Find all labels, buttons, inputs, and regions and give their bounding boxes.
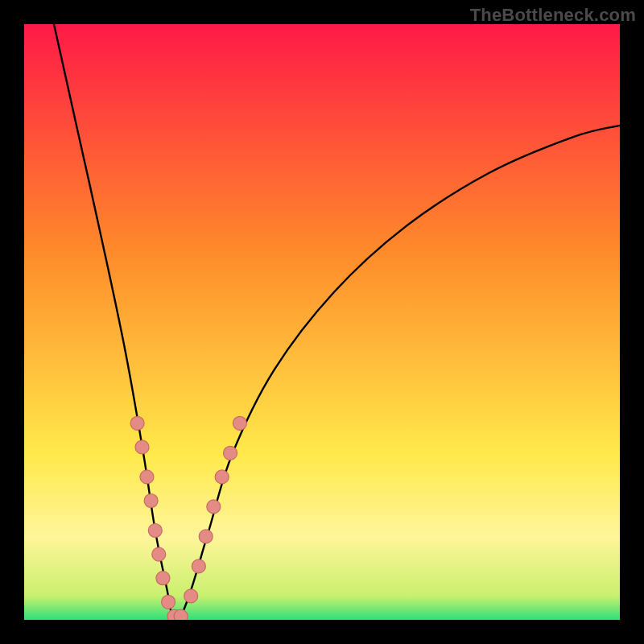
plot-area bbox=[24, 24, 620, 620]
sample-dot bbox=[184, 589, 198, 603]
sample-dot bbox=[162, 595, 175, 609]
bottleneck-chart bbox=[24, 24, 620, 620]
sample-dot bbox=[148, 524, 162, 538]
sample-dot bbox=[144, 494, 158, 508]
sample-dot bbox=[130, 416, 144, 430]
sample-dot bbox=[152, 547, 166, 561]
heat-gradient-bg bbox=[24, 24, 620, 620]
sample-dot bbox=[224, 446, 237, 460]
sample-dot bbox=[174, 609, 188, 620]
sample-dot bbox=[215, 470, 229, 484]
sample-dot bbox=[233, 416, 246, 430]
sample-dot bbox=[140, 470, 154, 484]
sample-dot bbox=[156, 572, 170, 585]
sample-dot bbox=[199, 530, 213, 543]
outer-frame: TheBottleneck.com bbox=[0, 0, 644, 644]
sample-dot bbox=[207, 500, 221, 514]
watermark-text: TheBottleneck.com bbox=[470, 5, 636, 26]
sample-dot bbox=[192, 559, 205, 573]
sample-dot bbox=[135, 440, 149, 454]
